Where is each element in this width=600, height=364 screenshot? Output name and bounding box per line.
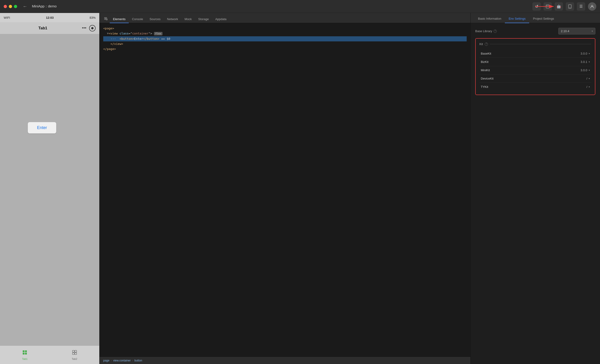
menu-button[interactable]: ☰ [577, 2, 585, 11]
breadcrumb-view[interactable]: view.container [113, 359, 131, 362]
arrow-indicator [533, 3, 556, 10]
svg-point-15 [106, 18, 107, 20]
svg-line-16 [107, 20, 108, 20]
svg-rect-8 [23, 353, 25, 355]
devtools-panel: Elements Console Sources Network Mock St… [100, 13, 470, 364]
tab-storage[interactable]: Storage [195, 16, 212, 23]
devtools-breadcrumb: page › view.container › button [100, 357, 470, 364]
title-bar-actions: ↺ 🤖 ☰ [532, 2, 596, 11]
devicekit-chevron: ▾ [589, 77, 590, 80]
kit-divider [490, 44, 591, 44]
code-line-1: <page> [103, 26, 467, 31]
tab-basic-information[interactable]: Basic Information [474, 15, 505, 23]
tab2-icon [72, 350, 77, 357]
code-line-4: </view> [103, 41, 467, 46]
status-wifi: WIFI [4, 16, 10, 19]
devtools-tabs: Elements Console Sources Network Mock St… [100, 13, 470, 23]
kit-label: Kit [479, 42, 483, 46]
tab1-label: Tab1 [22, 357, 28, 360]
phone-content: Enter [0, 34, 99, 346]
basekit-name: BaseKit [481, 52, 581, 55]
right-panel-content: Base Library ? 2.10.4 ▾ Kit ? BaseKit [471, 23, 600, 364]
tab-elements[interactable]: Elements [110, 16, 129, 23]
code-line-5: </page> [103, 46, 467, 52]
breadcrumb-sep-2: › [132, 359, 133, 362]
phone-tab-title: Tab1 [4, 26, 82, 30]
tab-console[interactable]: Console [129, 16, 146, 23]
bizkit-name: BizKit [481, 60, 581, 64]
kit-help-icon[interactable]: ? [485, 43, 488, 46]
bizkit-version[interactable]: 3.0.1 ▾ [581, 60, 590, 64]
more-button[interactable]: ••• [82, 26, 86, 30]
devicekit-version[interactable]: / ▾ [586, 77, 590, 80]
basekit-chevron: ▾ [589, 52, 590, 55]
minikit-chevron: ▾ [589, 69, 590, 72]
tykit-name: TYKit [481, 85, 586, 89]
minimize-button[interactable] [9, 5, 12, 8]
svg-rect-9 [25, 350, 27, 352]
minikit-version[interactable]: 3.0.0 ▾ [581, 68, 590, 72]
tab-network[interactable]: Network [164, 16, 181, 23]
avatar-button[interactable] [588, 2, 596, 11]
svg-rect-11 [73, 350, 74, 352]
status-battery: 83% [90, 16, 96, 19]
bizkit-chevron: ▾ [589, 61, 590, 63]
svg-rect-10 [25, 353, 27, 355]
status-bar: WIFI 12:03 83% [0, 13, 99, 22]
tab-sources[interactable]: Sources [146, 16, 164, 23]
status-time: 12:03 [10, 16, 90, 19]
close-button[interactable] [4, 5, 7, 8]
device-button[interactable] [566, 2, 574, 11]
nav-tab-1[interactable]: Tab1 [0, 350, 50, 360]
kit-row-basekit: BaseKit 3.0.0 ▾ [479, 49, 591, 58]
kit-header: Kit ? [479, 42, 591, 46]
right-panel-tabs: Basic Information Env Settings Project S… [471, 13, 600, 23]
tykit-chevron: ▾ [589, 86, 590, 88]
base-library-value: 2.10.4 [561, 29, 569, 33]
inspector-icon[interactable] [101, 15, 110, 23]
nav-tab-2[interactable]: Tab2 [50, 350, 100, 360]
title-bar: ← MiniApp：demo ↺ 🤖 ☰ [0, 0, 600, 13]
breadcrumb-button[interactable]: button [134, 359, 142, 362]
kit-section: Kit ? BaseKit 3.0.0 ▾ BizKit 3.0.1 [475, 38, 595, 95]
breadcrumb-page[interactable]: page [103, 359, 110, 362]
tab-project-settings[interactable]: Project Settings [529, 15, 558, 23]
bottom-nav: Tab1 Tab2 [0, 346, 99, 364]
tab-env-settings[interactable]: Env Settings [505, 15, 529, 23]
phone-preview: WIFI 12:03 83% Tab1 ••• Enter [0, 13, 100, 364]
kit-row-tykit: TYKit / ▾ [479, 83, 591, 91]
maximize-button[interactable] [14, 5, 17, 8]
tab-appdata[interactable]: Appdata [212, 16, 230, 23]
tab2-label: Tab2 [72, 357, 77, 360]
svg-rect-7 [23, 350, 25, 352]
kit-row-minikit: MiniKit 3.0.0 ▾ [479, 66, 591, 74]
kit-row-devicekit: DeviceKit / ▾ [479, 74, 591, 83]
devicekit-name: DeviceKit [481, 77, 586, 80]
tab-mock[interactable]: Mock [181, 16, 195, 23]
base-library-chevron: ▾ [592, 30, 593, 32]
right-panel: Basic Information Env Settings Project S… [470, 13, 600, 364]
record-button[interactable] [89, 25, 96, 31]
devtools-code-view: <page> ▼<view class="container"> flex ··… [100, 23, 470, 357]
base-library-help-icon[interactable]: ? [494, 30, 497, 33]
base-library-label: Base Library ? [475, 29, 497, 33]
base-library-selector[interactable]: 2.10.4 ▾ [558, 28, 595, 35]
tab1-icon [22, 350, 28, 357]
base-library-row: Base Library ? 2.10.4 ▾ [475, 28, 595, 35]
svg-rect-14 [75, 353, 77, 355]
breadcrumb-sep-1: › [111, 359, 112, 362]
tykit-version[interactable]: / ▾ [586, 85, 590, 89]
svg-rect-13 [75, 350, 77, 352]
svg-rect-12 [73, 353, 74, 355]
basekit-version[interactable]: 3.0.0 ▾ [581, 52, 590, 55]
kit-row-bizkit: BizKit 3.0.1 ▾ [479, 58, 591, 66]
code-line-2: ▼<view class="container"> flex [103, 31, 467, 36]
phone-tab-bar: Tab1 ••• [0, 22, 99, 34]
back-button[interactable]: ← [23, 4, 27, 9]
code-line-3[interactable]: ··· <button>Enter</button> == $0 [103, 36, 467, 41]
minikit-name: MiniKit [481, 68, 581, 72]
record-inner [91, 27, 94, 29]
enter-button[interactable]: Enter [28, 122, 56, 133]
traffic-lights [4, 5, 17, 8]
main-content: WIFI 12:03 83% Tab1 ••• Enter [0, 13, 600, 364]
